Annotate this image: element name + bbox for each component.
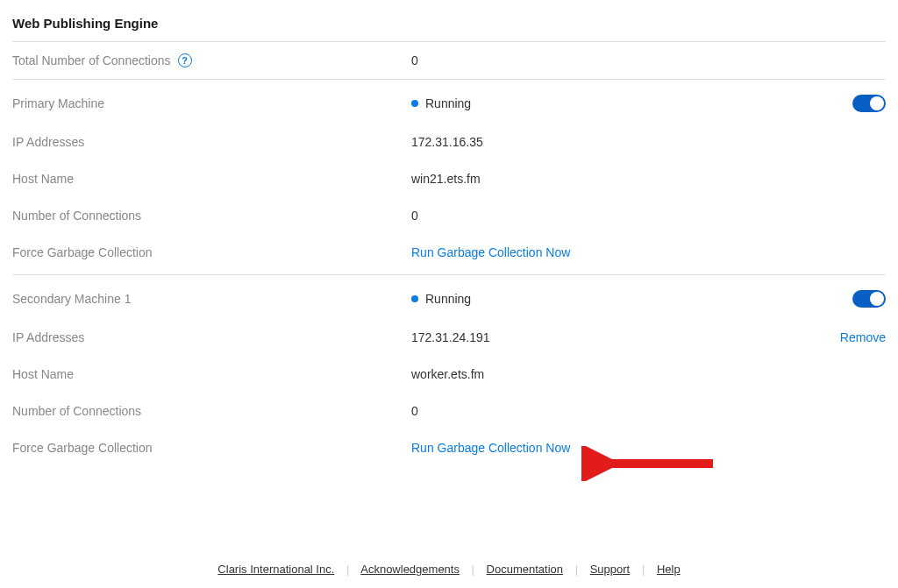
secondary-remove-button[interactable]: Remove [840, 330, 886, 344]
secondary-machine-row: Secondary Machine 1 Running [12, 279, 886, 319]
primary-ip-label: IP Addresses [12, 135, 84, 149]
footer-company-link[interactable]: Claris International Inc. [217, 563, 334, 576]
primary-machine-row: Primary Machine Running [12, 83, 886, 124]
secondary-machine-label: Secondary Machine 1 [12, 292, 131, 306]
secondary-gc-button[interactable]: Run Garbage Collection Now [411, 441, 570, 455]
primary-toggle[interactable] [852, 95, 886, 112]
primary-gc-row: Force Garbage Collection Run Garbage Col… [12, 234, 886, 271]
footer-documentation-link[interactable]: Documentation [487, 563, 563, 576]
secondary-conn-label: Number of Connections [12, 404, 141, 418]
secondary-conn-row: Number of Connections 0 [12, 393, 886, 429]
secondary-ip-label: IP Addresses [12, 330, 84, 344]
secondary-conn-value: 0 [411, 404, 780, 418]
footer-separator: | [472, 563, 474, 576]
secondary-toggle[interactable] [852, 290, 886, 308]
secondary-ip-value: 172.31.24.191 [411, 330, 780, 344]
secondary-ip-row: IP Addresses 172.31.24.191 Remove [12, 319, 886, 356]
primary-conn-value: 0 [411, 209, 780, 223]
footer-separator: | [346, 563, 349, 576]
total-connections-row: Total Number of Connections ? 0 [12, 42, 886, 79]
status-dot-icon [411, 100, 418, 107]
total-connections-value: 0 [411, 53, 780, 67]
status-dot-icon [411, 295, 418, 302]
footer-help-link[interactable]: Help [657, 563, 681, 576]
primary-host-label: Host Name [12, 172, 74, 186]
primary-host-value: win21.ets.fm [411, 172, 780, 186]
footer-acknowledgements-link[interactable]: Acknowledgements [360, 563, 460, 576]
primary-ip-row: IP Addresses 172.31.16.35 [12, 124, 886, 160]
primary-machine-label: Primary Machine [12, 96, 104, 110]
help-icon[interactable]: ? [178, 53, 192, 67]
primary-gc-button[interactable]: Run Garbage Collection Now [411, 245, 570, 259]
footer-support-link[interactable]: Support [590, 563, 631, 576]
primary-host-row: Host Name win21.ets.fm [12, 160, 886, 197]
total-connections-label: Total Number of Connections [12, 53, 171, 67]
secondary-host-label: Host Name [12, 367, 74, 381]
section-title: Web Publishing Engine [12, 16, 886, 41]
primary-conn-row: Number of Connections 0 [12, 197, 886, 234]
footer-separator: | [575, 563, 578, 576]
primary-status-value: Running [425, 96, 471, 110]
primary-conn-label: Number of Connections [12, 209, 141, 223]
secondary-host-value: worker.ets.fm [411, 367, 780, 381]
secondary-gc-label: Force Garbage Collection [12, 441, 153, 455]
secondary-status-value: Running [425, 292, 471, 306]
footer: Claris International Inc. | Acknowledgem… [0, 563, 898, 576]
secondary-gc-row: Force Garbage Collection Run Garbage Col… [12, 429, 886, 466]
footer-separator: | [642, 563, 645, 576]
primary-ip-value: 172.31.16.35 [411, 135, 780, 149]
primary-gc-label: Force Garbage Collection [12, 245, 153, 259]
secondary-host-row: Host Name worker.ets.fm [12, 356, 886, 393]
